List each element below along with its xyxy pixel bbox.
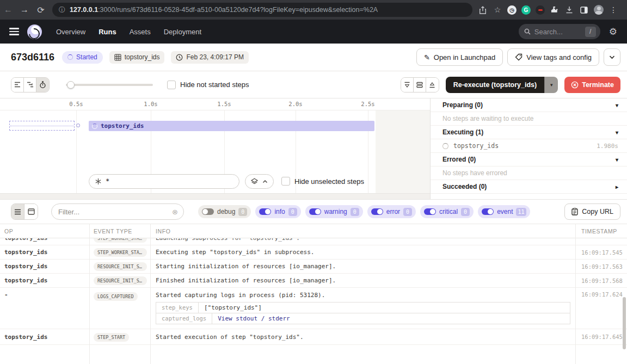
browser-menu-icon[interactable]: ⋮ bbox=[608, 5, 618, 15]
log-view-mode-group bbox=[11, 203, 38, 220]
reexecute-button[interactable]: Re-execute (topstory_ids) bbox=[446, 77, 545, 93]
grammarly-extension-icon[interactable]: G bbox=[521, 5, 531, 15]
terminate-button[interactable]: Terminate bbox=[564, 77, 620, 93]
log-metadata-table: step_keys ["topstory_ids"] captured_logs… bbox=[156, 302, 570, 324]
step-selector-input[interactable] bbox=[106, 177, 220, 185]
terminate-label: Terminate bbox=[582, 81, 614, 89]
collapse-panel-icon[interactable] bbox=[401, 78, 414, 92]
level-toggle-error[interactable]: error 0 bbox=[367, 205, 416, 218]
global-search[interactable]: / bbox=[519, 24, 600, 39]
errored-section-header[interactable]: Errored (0) ▾ bbox=[431, 153, 627, 166]
extensions-puzzle-icon[interactable] bbox=[550, 5, 560, 15]
log-table: OP EVENT TYPE INFO TIMESTAMP topstory_id… bbox=[0, 224, 627, 364]
gantt-flat-view-icon[interactable] bbox=[11, 78, 24, 92]
log-row[interactable]: topstory_ids STEP_START Started executio… bbox=[0, 329, 627, 345]
browser-forward-icon[interactable]: → bbox=[16, 5, 33, 15]
downloads-icon[interactable] bbox=[564, 5, 574, 15]
view-stdout-stderr-link[interactable]: View stdout / stderr bbox=[212, 313, 570, 324]
gantt-time-axis: 0.5s 1.0s 1.5s 2.0s 2.5s bbox=[0, 98, 430, 110]
header-timestamp: TIMESTAMP bbox=[575, 228, 627, 235]
clipboard-icon bbox=[571, 208, 578, 215]
step-selector[interactable] bbox=[89, 174, 239, 189]
log-timestamp: 16:09:17.624 bbox=[575, 288, 627, 298]
run-status-badge[interactable]: Started bbox=[62, 51, 103, 64]
settings-gear-icon[interactable]: ⚙ bbox=[609, 26, 617, 38]
bookmark-star-icon[interactable]: ☆ bbox=[493, 5, 502, 15]
open-in-launchpad-button[interactable]: ✎ Open in Launchpad bbox=[416, 48, 503, 66]
level-count-badge: 11 bbox=[516, 208, 526, 216]
view-tags-config-button[interactable]: View tags and config bbox=[507, 48, 599, 66]
preparing-section-header[interactable]: Preparing (0) ▾ bbox=[431, 98, 627, 112]
hide-not-started-checkbox[interactable]: Hide not started steps bbox=[167, 81, 249, 89]
extension-icon-1[interactable]: ◷ bbox=[507, 5, 517, 15]
url-text[interactable]: 127.0.0.1:3000/runs/673d6116-0528-45df-a… bbox=[70, 6, 378, 14]
nav-item-deployment[interactable]: Deployment bbox=[164, 28, 201, 36]
log-row[interactable]: topstory_ids RESOURCE_INIT_STARTED Start… bbox=[0, 260, 627, 274]
log-structured-view-icon[interactable] bbox=[24, 204, 38, 219]
succeeded-section-header[interactable]: Succeeded (0) ▸ bbox=[431, 180, 627, 194]
reexecute-options-caret[interactable]: ▾ bbox=[544, 77, 558, 93]
nav-item-runs[interactable]: Runs bbox=[99, 28, 116, 36]
log-toolbar: ⊗ debug 0 info 0 warning 0 bbox=[0, 199, 627, 224]
toggle-switch-icon[interactable] bbox=[424, 208, 436, 215]
expand-panel-icon[interactable] bbox=[426, 78, 439, 92]
dagster-logo[interactable] bbox=[27, 24, 42, 39]
log-op: topstory_ids bbox=[0, 334, 89, 341]
level-toggle-event[interactable]: event 11 bbox=[478, 205, 530, 218]
axis-tick: 0.5s bbox=[69, 101, 83, 107]
executing-step-row[interactable]: topstory_ids 1.980s bbox=[431, 139, 627, 153]
log-row-clipped[interactable]: topstory_ids STEP_WORKER_STARTING Launch… bbox=[0, 238, 627, 245]
job-tag[interactable]: topstory_ids bbox=[109, 51, 165, 64]
log-filter[interactable]: ⊗ bbox=[51, 203, 184, 220]
checkbox-icon[interactable] bbox=[281, 177, 290, 186]
log-vertical-scrollbar[interactable] bbox=[623, 297, 626, 349]
level-toggle-debug[interactable]: debug 0 bbox=[198, 205, 251, 218]
toggle-switch-icon[interactable] bbox=[371, 208, 383, 215]
browser-back-icon[interactable]: ← bbox=[0, 5, 16, 15]
log-row[interactable]: topstory_ids STEP_WORKER_STARTED Executi… bbox=[0, 245, 627, 260]
browser-reload-icon[interactable]: ⟳ bbox=[33, 5, 49, 15]
log-row-logs-captured[interactable]: - LOGS_CAPTURED Started capturing logs i… bbox=[0, 288, 627, 329]
panel-layout-group bbox=[401, 77, 439, 92]
gantt-zoom-slider-handle[interactable] bbox=[67, 81, 75, 89]
site-info-icon[interactable]: ⓘ bbox=[59, 5, 65, 15]
nav-item-assets[interactable]: Assets bbox=[130, 28, 151, 36]
share-icon[interactable] bbox=[478, 5, 488, 15]
browser-address-bar[interactable]: ⓘ 127.0.0.1:3000/runs/673d6116-0528-45df… bbox=[52, 3, 472, 17]
level-toggle-info[interactable]: info 0 bbox=[255, 205, 300, 218]
gantt-waterfall-view-icon[interactable] bbox=[24, 78, 36, 92]
toggle-switch-icon[interactable] bbox=[202, 208, 214, 215]
nav-item-overview[interactable]: Overview bbox=[56, 28, 85, 36]
level-label: info bbox=[274, 208, 285, 215]
hide-unselected-checkbox[interactable]: Hide unselected steps bbox=[281, 177, 364, 186]
toggle-switch-icon[interactable] bbox=[309, 208, 321, 215]
executing-section-header[interactable]: Executing (1) ▾ bbox=[431, 126, 627, 139]
log-filter-input[interactable] bbox=[58, 208, 172, 216]
copy-url-button[interactable]: Copy URL bbox=[564, 203, 620, 220]
search-input[interactable] bbox=[534, 28, 581, 36]
gantt-zoom-slider[interactable] bbox=[66, 84, 153, 86]
log-row[interactable]: topstory_ids RESOURCE_INIT_SUCCESS Finis… bbox=[0, 274, 627, 288]
split-panel-icon[interactable] bbox=[414, 78, 426, 92]
dagster-run-page: ← → ⟳ ⓘ 127.0.0.1:3000/runs/673d6116-052… bbox=[0, 0, 627, 364]
checkbox-icon[interactable] bbox=[167, 81, 176, 89]
log-list-view-icon[interactable] bbox=[11, 204, 24, 219]
level-toggle-critical[interactable]: critical 0 bbox=[420, 205, 474, 218]
gantt-plot-area[interactable]: topstory_ids Hide unselected steps bbox=[0, 110, 430, 193]
browser-profile-avatar[interactable] bbox=[594, 5, 604, 15]
gantt-step-bar[interactable]: topstory_ids bbox=[89, 121, 374, 131]
clear-filter-icon[interactable]: ⊗ bbox=[172, 208, 178, 216]
gantt-horizontal-scrollbar[interactable] bbox=[0, 193, 430, 199]
hamburger-menu-icon[interactable] bbox=[9, 28, 19, 35]
toggle-switch-icon[interactable] bbox=[482, 208, 494, 215]
pencil-icon: ✎ bbox=[424, 53, 430, 61]
more-run-actions-button[interactable] bbox=[604, 48, 620, 66]
level-toggle-warning[interactable]: warning 0 bbox=[305, 205, 363, 218]
toggle-switch-icon[interactable] bbox=[259, 208, 271, 215]
side-panel-icon[interactable] bbox=[579, 5, 589, 15]
errored-empty-text: No steps have errored bbox=[442, 169, 507, 177]
extension-icon-2[interactable] bbox=[536, 5, 545, 15]
gantt-dependency-dot bbox=[76, 124, 80, 127]
gantt-timed-view-icon[interactable] bbox=[36, 78, 49, 92]
graph-query-toggle-button[interactable] bbox=[245, 174, 274, 189]
